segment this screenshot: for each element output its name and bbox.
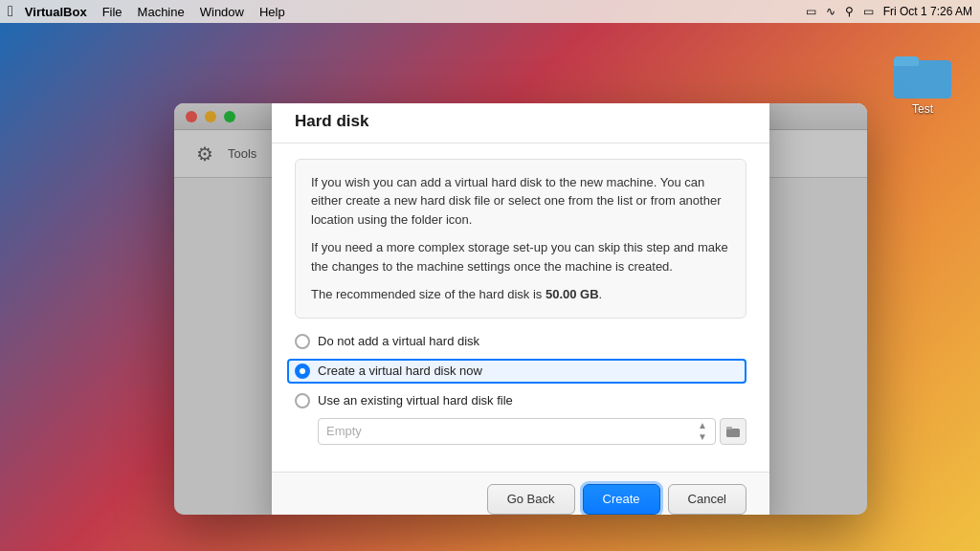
info-paragraph-3-prefix: The recommended size of the hard disk is [311,287,546,301]
info-box: If you wish you can add a virtual hard d… [295,159,746,319]
info-paragraph-3-value: 50.00 GB [546,287,599,301]
disk-dropdown-value: Empty [326,424,362,438]
dialog-title: Hard disk [295,112,368,130]
search-icon[interactable]: ⚲ [845,5,854,18]
folder-browse-icon [726,425,740,438]
create-button[interactable]: Create [583,484,660,515]
disk-selector: Empty ▲ ▼ [318,418,746,445]
cancel-button[interactable]: Cancel [668,484,746,515]
dialog-footer: Go Back Create Cancel [272,472,769,516]
menubar-file[interactable]: File [102,5,122,19]
disk-file-browse-button[interactable] [720,418,746,445]
info-paragraph-2: If you need a more complex storage set-u… [311,238,730,276]
menubar-right: ▭ ∿ ⚲ ▭ Fri Oct 1 7:26 AM [806,5,972,18]
option-no-disk[interactable]: Do not add a virtual hard disk [295,334,746,349]
menubar-help[interactable]: Help [259,5,285,19]
hard-disk-dialog: Hard disk If you wish you can add a virt… [272,103,769,515]
wifi-icon: ∿ [826,5,835,18]
option-create-disk[interactable]: Create a virtual hard disk now [287,359,746,384]
datetime: Fri Oct 1 7:26 AM [883,5,972,18]
option-create-disk-label: Create a virtual hard disk now [318,364,482,378]
dialog-overlay: Hard disk If you wish you can add a virt… [174,103,867,515]
option-existing-disk-label: Use an existing virtual hard disk file [318,393,513,408]
vbox-window: Oracle VM VirtualBox Manager ⚙ Tools ☰ ⬡… [174,103,867,515]
apple-menu[interactable]:  [8,3,13,20]
menubar-window[interactable]: Window [200,5,244,19]
svg-rect-1 [726,427,732,430]
info-paragraph-3: The recommended size of the hard disk is… [311,285,730,304]
dialog-body: If you wish you can add a virtual hard d… [272,143,769,472]
radio-existing-disk[interactable] [295,393,310,408]
menubar-items: VirtualBox File Machine Window Help [25,5,806,19]
option-existing-disk[interactable]: Use an existing virtual hard disk file [295,393,746,408]
desktop-folder-icon[interactable]: Test [894,53,951,116]
option-no-disk-label: Do not add a virtual hard disk [318,334,479,348]
options-section: Do not add a virtual hard disk Create a … [295,334,746,456]
menubar-app-name[interactable]: VirtualBox [25,5,87,19]
radio-create-disk[interactable] [295,364,310,379]
info-paragraph-1: If you wish you can add a virtual hard d… [311,173,730,230]
info-paragraph-3-suffix: . [599,287,603,301]
folder-icon-graphic [894,53,951,99]
monitor-icon: ▭ [806,5,816,18]
menubar-machine[interactable]: Machine [138,5,185,19]
battery-icon: ▭ [863,5,874,18]
disk-dropdown-arrow-icon: ▲ ▼ [698,420,707,442]
radio-no-disk[interactable] [295,334,310,349]
go-back-button[interactable]: Go Back [487,484,575,515]
svg-rect-0 [726,429,740,437]
folder-label: Test [912,102,933,116]
dialog-header: Hard disk [272,103,769,143]
menubar:  VirtualBox File Machine Window Help ▭ … [0,0,980,23]
disk-dropdown[interactable]: Empty ▲ ▼ [318,418,716,445]
